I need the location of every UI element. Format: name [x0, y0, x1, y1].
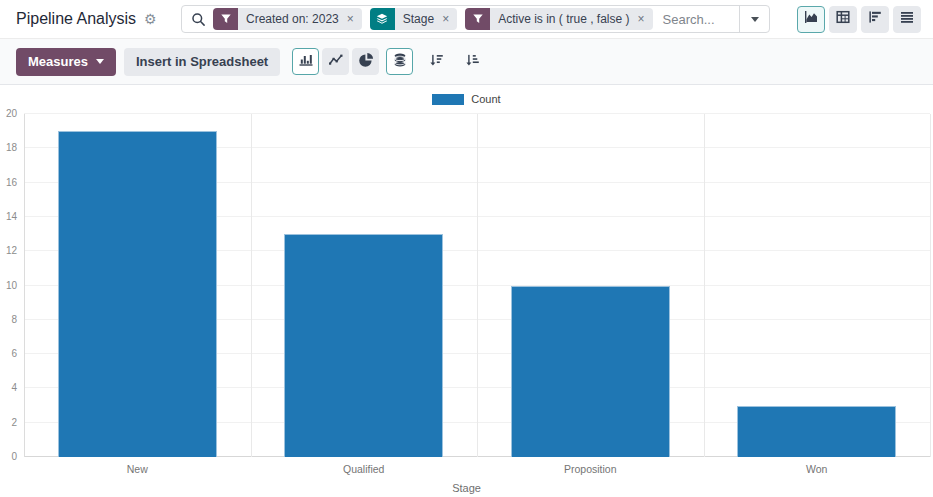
bar-chart-button[interactable]: [292, 48, 319, 75]
stacked-database-icon: [392, 52, 408, 72]
filter-icon: [465, 8, 490, 30]
gear-icon[interactable]: ⚙: [144, 11, 157, 27]
pie-chart-button[interactable]: [352, 48, 379, 75]
list-icon: [899, 9, 915, 29]
bar-qualified[interactable]: [284, 234, 443, 457]
gridline: [930, 114, 931, 457]
search-input[interactable]: Search...: [663, 12, 739, 27]
facet-label: Active is in ( true , false ): [498, 12, 629, 26]
x-tick-label: Won: [704, 457, 931, 475]
search-facet-stage: Stage ×: [370, 8, 457, 30]
top-bar: Pipeline Analysis ⚙ Created on: 2023 × S…: [0, 0, 933, 39]
y-tick-label: 4: [11, 382, 17, 393]
breadcrumb: Pipeline Analysis ⚙: [16, 10, 181, 28]
gridline: [251, 114, 252, 457]
y-axis: 02468101214161820: [0, 114, 24, 457]
gridline: [477, 114, 478, 457]
y-tick-label: 14: [6, 211, 17, 222]
insert-in-spreadsheet-button[interactable]: Insert in Spreadsheet: [124, 48, 280, 76]
facet-label: Stage: [403, 12, 434, 26]
legend-label: Count: [471, 93, 500, 105]
search-facet-active: Active is in ( true , false ) ×: [465, 8, 652, 30]
y-tick-label: 20: [6, 108, 17, 119]
x-axis-title: Stage: [0, 482, 933, 494]
plot: [24, 114, 930, 457]
view-switcher-cohort[interactable]: [861, 6, 889, 33]
chart-plot-area: 02468101214161820: [0, 114, 933, 457]
line-chart-button[interactable]: [322, 48, 349, 75]
area-chart-icon: [803, 9, 819, 29]
legend-swatch: [432, 94, 464, 105]
remove-facet-button[interactable]: ×: [442, 13, 449, 25]
sort-descending-button[interactable]: [423, 49, 449, 75]
bar-new[interactable]: [58, 131, 217, 457]
measures-label: Measures: [28, 54, 88, 69]
y-tick-label: 18: [6, 142, 17, 153]
remove-facet-button[interactable]: ×: [638, 13, 645, 25]
view-switcher-pivot[interactable]: [829, 6, 857, 33]
x-tick-label: New: [24, 457, 251, 475]
pie-chart-icon: [358, 52, 374, 72]
search-bar[interactable]: Created on: 2023 × Stage × Active is in …: [181, 5, 770, 33]
stacked-button[interactable]: [386, 48, 413, 75]
search-dropdown-toggle[interactable]: [739, 6, 769, 32]
page-title: Pipeline Analysis: [16, 10, 136, 28]
measures-button[interactable]: Measures: [16, 48, 116, 76]
pivot-table-icon: [835, 9, 851, 29]
gridline: [24, 114, 25, 457]
bar-chart-icon: [298, 52, 314, 72]
x-tick-label: Proposition: [477, 457, 704, 475]
caret-down-icon: [751, 17, 759, 22]
graph-view: Count 02468101214161820 NewQualifiedProp…: [0, 85, 933, 494]
y-tick-label: 10: [6, 280, 17, 291]
search-facet-created-on: Created on: 2023 ×: [213, 8, 362, 30]
facet-label: Created on: 2023: [246, 12, 339, 26]
chart-legend[interactable]: Count: [0, 92, 933, 106]
x-tick-label: Qualified: [251, 457, 478, 475]
caret-down-icon: [96, 59, 104, 64]
view-switcher-graph[interactable]: [797, 6, 825, 33]
sort-ascending-button[interactable]: [459, 49, 485, 75]
y-tick-label: 0: [11, 451, 17, 462]
bar-won[interactable]: [737, 406, 896, 457]
sort-amount-desc-icon: [429, 53, 444, 71]
y-tick-label: 12: [6, 245, 17, 256]
x-axis-labels: NewQualifiedPropositionWon: [24, 457, 930, 475]
bar-proposition[interactable]: [511, 286, 670, 458]
y-tick-label: 2: [11, 417, 17, 428]
chart-type-buttons: [292, 48, 485, 75]
sort-amount-asc-icon: [465, 53, 480, 71]
view-switcher-list[interactable]: [893, 6, 921, 33]
y-tick-label: 6: [11, 348, 17, 359]
y-tick-label: 16: [6, 177, 17, 188]
filter-icon: [213, 8, 238, 30]
view-switcher: [797, 6, 923, 33]
search-icon: [182, 12, 213, 27]
control-panel: Measures Insert in Spreadsheet: [0, 39, 933, 85]
gridline: [704, 114, 705, 457]
remove-facet-button[interactable]: ×: [347, 13, 354, 25]
line-chart-icon: [328, 52, 344, 72]
layers-icon: [370, 8, 395, 30]
y-tick-label: 8: [11, 314, 17, 325]
cohort-icon: [867, 9, 883, 29]
